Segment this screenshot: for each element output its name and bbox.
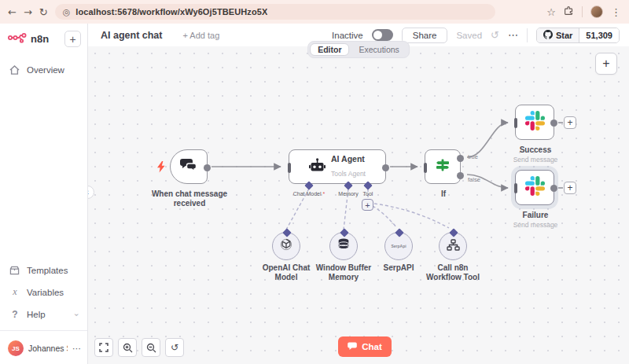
- bookmark-icon[interactable]: ☆: [546, 7, 556, 17]
- input-port[interactable]: [514, 183, 517, 193]
- reload-icon[interactable]: ↻: [39, 7, 48, 17]
- chat-button-label: Chat: [362, 342, 382, 351]
- user-options-icon[interactable]: ⋯: [72, 344, 81, 353]
- browser-profile-avatar[interactable]: [590, 6, 603, 18]
- slack-icon: [525, 176, 545, 199]
- zoom-in-button[interactable]: [118, 338, 137, 357]
- add-tag-button[interactable]: + Add tag: [183, 31, 220, 40]
- node-subtitle: Tools Agent: [331, 170, 366, 178]
- input-port[interactable]: [288, 163, 291, 173]
- collapse-sidebar-button[interactable]: ‹: [88, 186, 94, 199]
- github-star-widget[interactable]: Star 51,309: [536, 28, 620, 43]
- node-window-buffer-memory[interactable]: [329, 232, 358, 260]
- node-serpapi[interactable]: SerpApi: [384, 232, 413, 260]
- url-bar[interactable]: ◎ localhost:5678/workflow/xWy6Oj5TBEUHzo…: [55, 4, 495, 20]
- sub-node-port[interactable]: [395, 228, 403, 237]
- sub-node-port[interactable]: [449, 228, 458, 237]
- n8n-logo-icon: [8, 32, 27, 46]
- input-port[interactable]: [514, 118, 517, 128]
- connections-layer: [88, 46, 629, 364]
- github-star-label: Star: [556, 31, 572, 40]
- node-label: OpenAI Chat Model: [253, 263, 319, 282]
- fit-view-button[interactable]: [94, 338, 113, 357]
- node-title: AI Agent: [331, 154, 366, 164]
- output-port[interactable]: [204, 164, 211, 171]
- database-icon: [337, 238, 350, 255]
- input-port[interactable]: [424, 163, 427, 173]
- browser-chrome: ← → ↻ ◎ localhost:5678/workflow/xWy6Oj5T…: [0, 0, 629, 24]
- zoom-out-button[interactable]: [142, 338, 160, 357]
- sidebar-item-overview[interactable]: Overview: [0, 60, 87, 80]
- node-label: Window Buffer Memory: [311, 263, 377, 282]
- forward-icon[interactable]: →: [24, 7, 32, 17]
- editor-tabs: Editor Executions: [307, 41, 410, 58]
- lightning-icon: [157, 161, 165, 176]
- node-ai-agent[interactable]: AI Agent Tools Agent: [289, 149, 386, 184]
- sitemap-icon: [447, 239, 460, 254]
- node-chat-trigger[interactable]: When chat message received: [170, 149, 208, 184]
- chat-bubble-icon: [348, 342, 357, 352]
- sub-node-port[interactable]: [340, 228, 348, 237]
- sidebar-item-label: Help: [27, 310, 46, 319]
- history-icon[interactable]: ↺: [491, 30, 499, 40]
- add-node-button[interactable]: +: [595, 53, 617, 75]
- add-node-after-failure-button[interactable]: +: [564, 182, 576, 194]
- sidebar: n8n + Overview Templates x Variables: [0, 24, 88, 364]
- tool-port-label: Tool: [363, 191, 373, 197]
- serpapi-icon: SerpApi: [391, 244, 406, 248]
- node-openai-chat-model[interactable]: [272, 232, 300, 260]
- browser-menu-icon[interactable]: ⋮: [611, 7, 621, 17]
- back-icon[interactable]: ←: [8, 7, 17, 17]
- chat-model-port-label: Chat Model *: [293, 191, 325, 197]
- user-menu[interactable]: JS Johannes Schn... ⋯: [0, 334, 87, 364]
- node-subtitle: Send message: [500, 221, 571, 229]
- chat-button[interactable]: Chat: [338, 336, 392, 357]
- node-label: Call n8n Workflow Tool: [420, 263, 486, 282]
- workflow-title[interactable]: AI agent chat: [101, 30, 163, 41]
- sidebar-item-help[interactable]: ? Help ›: [0, 303, 87, 325]
- variables-icon: x: [9, 286, 20, 298]
- sub-node-port[interactable]: [282, 228, 291, 237]
- chat-bubbles-icon: [179, 157, 198, 176]
- main: AI agent chat + Add tag Inactive Share S…: [88, 24, 629, 364]
- user-avatar: JS: [8, 340, 24, 356]
- site-info-icon[interactable]: ◎: [63, 8, 71, 17]
- github-icon: [543, 30, 553, 41]
- add-node-after-success-button[interactable]: +: [564, 116, 576, 129]
- output-port[interactable]: [550, 185, 557, 192]
- canvas-toolbar: ↺: [94, 338, 184, 357]
- sidebar-item-templates[interactable]: Templates: [0, 260, 87, 281]
- node-subtitle: Send message: [500, 156, 571, 164]
- browser-separator: [582, 6, 583, 17]
- share-button[interactable]: Share: [402, 28, 448, 43]
- github-star-count: 51,309: [579, 28, 619, 42]
- false-edge-label: false: [468, 176, 480, 183]
- tab-executions[interactable]: Executions: [351, 43, 406, 56]
- node-call-n8n-workflow-tool[interactable]: [439, 232, 467, 260]
- true-edge-label: true: [468, 153, 478, 160]
- output-port[interactable]: [550, 119, 557, 127]
- output-port[interactable]: [382, 164, 389, 171]
- new-workflow-button[interactable]: +: [64, 31, 81, 47]
- more-options-icon[interactable]: ⋯: [508, 30, 518, 40]
- node-if[interactable]: If: [425, 149, 461, 184]
- url-text[interactable]: localhost:5678/workflow/xWy6Oj5TBEUHzo5X: [75, 7, 267, 17]
- toggle-knob: [373, 31, 382, 39]
- sidebar-item-variables[interactable]: x Variables: [0, 281, 87, 303]
- node-label: If: [412, 189, 475, 199]
- user-name: Johannes Schn...: [28, 344, 68, 353]
- node-label: Failure Send message: [500, 211, 571, 229]
- add-tool-button[interactable]: +: [362, 199, 373, 211]
- saved-status: Saved: [456, 31, 482, 40]
- false-output-port[interactable]: [457, 172, 464, 179]
- tab-editor[interactable]: Editor: [310, 43, 349, 56]
- node-success[interactable]: Success Send message: [515, 105, 554, 140]
- extensions-icon[interactable]: [564, 6, 574, 18]
- true-output-port[interactable]: [457, 155, 464, 162]
- node-failure[interactable]: Failure Send message: [515, 170, 554, 205]
- node-label: When chat message received: [141, 189, 238, 208]
- workflow-canvas[interactable]: ‹ + When chat message received: [88, 46, 629, 364]
- active-toggle[interactable]: [372, 29, 393, 41]
- memory-port-label: Memory: [338, 191, 358, 197]
- reset-zoom-button[interactable]: ↺: [165, 338, 184, 357]
